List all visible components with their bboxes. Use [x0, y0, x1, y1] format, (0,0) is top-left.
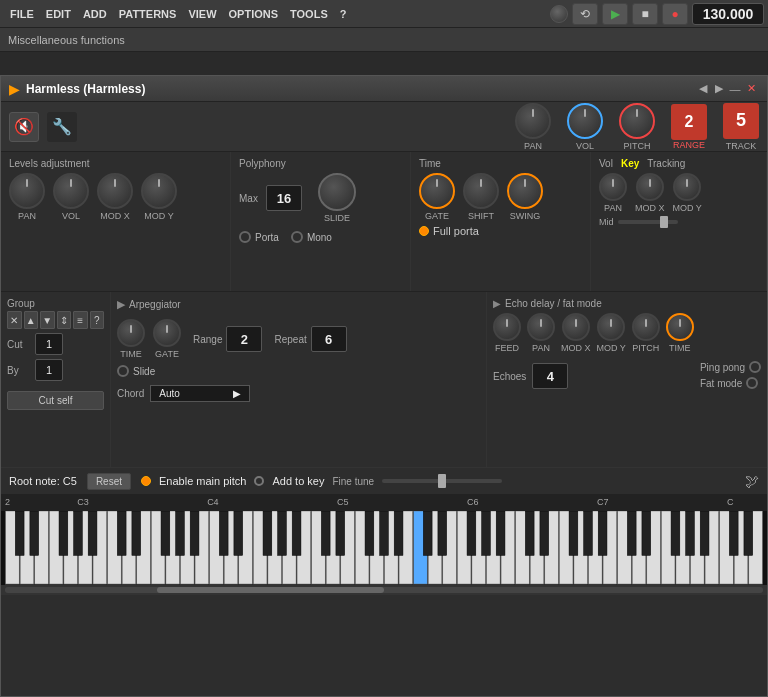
vkt-key-label: Key — [621, 158, 639, 169]
nav-prev-btn[interactable]: ◀ — [695, 81, 711, 97]
svg-rect-87 — [686, 511, 695, 555]
nav-next-btn[interactable]: ▶ — [711, 81, 727, 97]
piano-label-c4: C4 — [207, 497, 337, 507]
levels-modx-knob[interactable] — [97, 173, 133, 209]
repeat-value[interactable]: 6 — [311, 326, 347, 352]
vkt-mody-knob[interactable] — [673, 173, 701, 201]
group-list-btn[interactable]: ≡ — [73, 311, 88, 329]
chord-value: Auto — [159, 388, 180, 399]
by-value[interactable]: 1 — [35, 359, 63, 381]
cut-self-btn[interactable]: Cut self — [7, 391, 104, 410]
svg-rect-83 — [598, 511, 607, 555]
piano-label-2: 2 — [5, 497, 77, 507]
menu-edit[interactable]: EDIT — [40, 6, 77, 22]
menu-help[interactable]: ? — [334, 6, 353, 22]
fullporta-dot[interactable] — [419, 226, 429, 236]
play-btn[interactable]: ▶ — [602, 3, 628, 25]
echo-mody-knob[interactable] — [597, 313, 625, 341]
pan-knob-top[interactable] — [515, 103, 551, 139]
levels-pan-knob[interactable] — [9, 173, 45, 209]
gate-knob-group: GATE — [419, 173, 455, 221]
gate-knob[interactable] — [419, 173, 455, 209]
max-value[interactable]: 16 — [266, 185, 302, 211]
track-label: TRACK — [726, 141, 757, 151]
echo-modx-knob[interactable] — [562, 313, 590, 341]
misc-functions-bar: Miscellaneous functions — [0, 28, 768, 52]
echo-pitch-knob[interactable] — [632, 313, 660, 341]
arp-gate-knob[interactable] — [153, 319, 181, 347]
group-updown-btn[interactable]: ⇕ — [57, 311, 72, 329]
menu-add[interactable]: ADD — [77, 6, 113, 22]
levels-title: Levels adjustment — [9, 158, 222, 169]
wrench-icon[interactable]: 🔧 — [47, 112, 77, 142]
add-to-key-radio[interactable] — [254, 476, 264, 486]
arp-time-knob[interactable] — [117, 319, 145, 347]
porta-radio[interactable]: Porta — [239, 231, 279, 243]
svg-rect-56 — [59, 511, 68, 555]
shift-knob[interactable] — [463, 173, 499, 209]
fat-mode-radio[interactable] — [746, 377, 758, 389]
repeat-pair: Repeat 6 — [274, 326, 346, 352]
stop-btn[interactable]: ■ — [632, 3, 658, 25]
piano-label-c: C — [727, 497, 763, 507]
play-back-btn[interactable]: ⟲ — [572, 3, 598, 25]
menu-file[interactable]: FILE — [4, 6, 40, 22]
svg-rect-84 — [627, 511, 636, 555]
echo-pan-knob[interactable] — [527, 313, 555, 341]
menu-view[interactable]: VIEW — [182, 6, 222, 22]
group-up-btn[interactable]: ▲ — [24, 311, 39, 329]
echo-feed-knob[interactable] — [493, 313, 521, 341]
slide-radio[interactable]: Slide — [117, 365, 155, 377]
slide-knob[interactable] — [318, 173, 356, 211]
range-value[interactable]: 2 — [226, 326, 262, 352]
levels-mody-knob[interactable] — [141, 173, 177, 209]
range-box[interactable]: 2 — [671, 104, 707, 140]
speaker-icon[interactable]: 🔇 — [9, 112, 39, 142]
scroll-thumb[interactable] — [157, 587, 384, 593]
piano-scrollbar[interactable] — [1, 585, 767, 595]
chord-dropdown[interactable]: Auto ▶ — [150, 385, 250, 402]
swing-knob[interactable] — [507, 173, 543, 209]
levels-vol-knob[interactable] — [53, 173, 89, 209]
arp-panel: ▶ Arpeggiator TIME GATE Range — [111, 292, 487, 467]
arp-gate-label: GATE — [155, 349, 179, 359]
piano-keys-svg[interactable]: // Will be drawn by JS below — [1, 511, 767, 585]
echoes-value[interactable]: 4 — [532, 363, 568, 389]
enable-pitch-radio[interactable] — [141, 476, 151, 486]
echo-header: ▶ Echo delay / fat mode — [493, 298, 761, 309]
menu-patterns[interactable]: PATTERNS — [113, 6, 183, 22]
reset-btn[interactable]: Reset — [87, 473, 131, 490]
ping-pong-radio[interactable] — [749, 361, 761, 373]
vkt-pan-knob[interactable] — [599, 173, 627, 201]
scroll-track[interactable] — [5, 587, 763, 593]
pitch-knob-top[interactable] — [619, 103, 655, 139]
mid-slider[interactable] — [618, 220, 678, 224]
arp-controls-row: TIME GATE Range 2 Repeat 6 — [117, 319, 480, 359]
group-x-btn[interactable]: ✕ — [7, 311, 22, 329]
mono-radio[interactable]: Mono — [291, 231, 332, 243]
range-label: RANGE — [673, 140, 705, 150]
piano-label-c6: C6 — [467, 497, 597, 507]
close-btn[interactable]: ✕ — [743, 81, 759, 97]
cut-value[interactable]: 1 — [35, 333, 63, 355]
transport-knob[interactable] — [550, 5, 568, 23]
fine-tune-slider[interactable] — [382, 479, 502, 483]
minimize-btn[interactable]: — — [727, 81, 743, 97]
menu-options[interactable]: OPTIONS — [223, 6, 285, 22]
record-btn[interactable]: ● — [662, 3, 688, 25]
bpm-display[interactable]: 130.000 — [692, 3, 764, 25]
svg-rect-85 — [642, 511, 651, 555]
vkt-modx-group: MOD X — [635, 173, 665, 213]
echo-time-knob[interactable] — [666, 313, 694, 341]
svg-rect-59 — [117, 511, 126, 555]
vkt-modx-knob[interactable] — [636, 173, 664, 201]
porta-radio-circle[interactable] — [239, 231, 251, 243]
mono-radio-circle[interactable] — [291, 231, 303, 243]
track-box[interactable]: 5 — [723, 103, 759, 139]
group-down-btn[interactable]: ▼ — [40, 311, 55, 329]
vol-knob-top[interactable] — [567, 103, 603, 139]
slide-radio-circle[interactable] — [117, 365, 129, 377]
piano-keys[interactable]: // Will be drawn by JS below — [1, 511, 767, 585]
menu-tools[interactable]: TOOLS — [284, 6, 334, 22]
group-help-btn[interactable]: ? — [90, 311, 105, 329]
